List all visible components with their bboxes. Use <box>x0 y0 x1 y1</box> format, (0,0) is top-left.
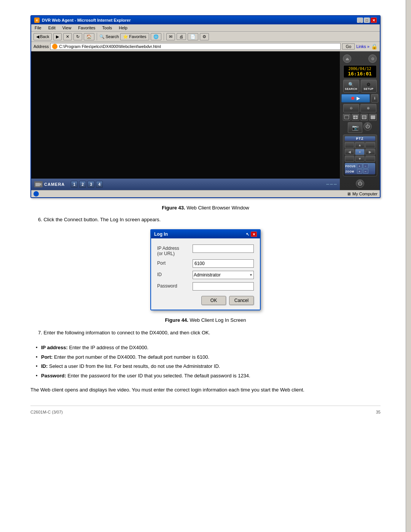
dvr-camera-bar: CAMERA 1 2 3 4 <box>31 179 340 190</box>
forward-button[interactable]: ▶ <box>53 33 62 40</box>
ptz-left-button[interactable]: ◀ <box>345 149 354 155</box>
camera-btn-2[interactable]: 2 <box>79 181 86 188</box>
back-button[interactable]: ◀ Back <box>33 33 52 40</box>
menu-edit[interactable]: Edit <box>47 25 57 30</box>
favorites-button[interactable]: ⭐ Favorites <box>120 33 149 40</box>
print-button[interactable]: 🖨 <box>177 33 186 40</box>
ok-label: OK <box>210 298 217 303</box>
browser-toolbar: ◀ Back ▶ ✕ ↻ 🏠 🔍 Search ⭐ Favorites <box>31 32 380 42</box>
ptz-up-button[interactable]: ▲ <box>355 142 365 148</box>
dvr-ptz-section: PTZ ▲ ◀ ● ▶ ▼ FOCUS <box>343 134 377 176</box>
menu-favorites[interactable]: Favorites <box>77 25 96 30</box>
browser-scrollbar[interactable] <box>406 0 411 532</box>
cancel-label: Cancel <box>234 298 249 303</box>
dvr-info-button[interactable]: ℹ <box>371 94 378 102</box>
port-input[interactable] <box>193 259 254 268</box>
instructions-section: 7. Enter the following information to co… <box>30 329 381 380</box>
password-input[interactable] <box>193 282 254 291</box>
go-button[interactable]: Go <box>342 43 355 50</box>
media-icon: 🌐 <box>153 34 159 39</box>
password-field: Password <box>157 282 254 291</box>
mail-button[interactable]: ✉ <box>166 33 175 40</box>
ip-address-input[interactable] <box>193 244 254 253</box>
ptz-right-button[interactable]: ▶ <box>365 149 375 155</box>
maximize-button[interactable]: □ <box>364 18 370 23</box>
bullet-password-bold: Password: <box>41 373 66 379</box>
dvr-bottom-power-button[interactable]: ⏻ <box>356 179 364 188</box>
layout-1-button[interactable] <box>343 114 350 121</box>
bullet-ip-bold: IP address: <box>41 345 68 350</box>
id-label: ID <box>157 271 190 277</box>
compat-icon: 🔒 <box>371 43 378 50</box>
dvr-sync-row: ⊖ ⊕ <box>341 104 378 112</box>
status-computer-text: My Computer <box>352 192 378 196</box>
camera-btn-3[interactable]: 3 <box>88 181 94 188</box>
step6-text: 6. Click the Connect button. The Log In … <box>30 217 381 222</box>
focus-minus-button[interactable]: − <box>363 164 368 168</box>
id-select[interactable]: Administrator ▼ <box>193 271 254 279</box>
dvr-setup-button[interactable]: ⚙ SETUP <box>361 80 377 93</box>
zoom-label: ZOOM <box>346 170 356 173</box>
rec-indicator <box>351 97 354 100</box>
page-footer: C2601M-C (3/07) 35 <box>30 406 381 414</box>
layout-9-button[interactable] <box>360 114 368 121</box>
zoom-plus-button[interactable]: + <box>357 169 362 174</box>
close-button[interactable]: ✕ <box>371 18 377 23</box>
minimize-button[interactable]: _ <box>357 18 363 23</box>
titlebar-left: e DVR Web Agent - Microsoft Internet Exp… <box>34 18 131 23</box>
dvr-sync-right-button[interactable]: ⊕ <box>360 104 376 112</box>
cancel-button[interactable]: Cancel <box>229 296 254 305</box>
search-button[interactable]: 🔍 Search <box>99 34 119 39</box>
port-field: Port <box>157 259 254 268</box>
address-input[interactable]: C:\Program Files\pelco\DX4000\Webclient\… <box>50 43 341 50</box>
refresh-button[interactable]: ↻ <box>73 33 82 40</box>
search-icon: 🔍 <box>99 34 105 39</box>
links-label: Links <box>356 44 366 49</box>
back-label: Back <box>40 34 49 39</box>
zoom-minus-button[interactable]: − <box>363 169 368 174</box>
layout-4-button[interactable] <box>352 114 359 121</box>
menu-file[interactable]: File <box>33 25 43 30</box>
status-left <box>33 191 40 197</box>
dialog-body: IP Address (or URL) Port ID Administrato… <box>151 238 260 310</box>
login-dialog-container: Log In ↖ ✕ IP Address (or URL) <box>30 229 381 310</box>
media-button[interactable]: 🌐 <box>151 33 161 40</box>
dvr-power-button[interactable]: ⏻ <box>363 122 372 131</box>
stop-button[interactable]: ✕ <box>63 33 72 40</box>
layout-1-icon <box>344 115 349 119</box>
dvr-search-button[interactable]: 🔍 SEARCH <box>343 80 359 93</box>
camera-btn-4[interactable]: 4 <box>96 181 103 188</box>
bullet-port-text: Enter the port number of the DX4000. The… <box>54 354 209 360</box>
home-icon: 🏠 <box>86 34 92 39</box>
focus-plus-button[interactable]: + <box>357 164 362 168</box>
edit-button[interactable]: 📄 <box>188 33 198 40</box>
ptz-center-button[interactable]: ● <box>355 149 365 155</box>
dvr-layout-row <box>343 114 377 121</box>
extra-button[interactable]: ⚙ <box>200 33 209 40</box>
dvr-eject-button[interactable] <box>343 54 351 63</box>
dialog-close-button[interactable]: ✕ <box>251 232 257 237</box>
menu-help[interactable]: Help <box>118 25 129 30</box>
dvr-snapshot-button[interactable]: 📷 <box>348 122 362 133</box>
mail-icon: ✉ <box>169 34 172 39</box>
dvr-search-setup-row: 🔍 SEARCH ⚙ SETUP <box>341 80 378 93</box>
dvr-play-button[interactable]: ▶ <box>341 94 370 102</box>
home-button[interactable]: 🏠 <box>84 33 94 40</box>
focus-row: FOCUS + − <box>346 164 374 168</box>
layout-16-button[interactable] <box>369 114 377 121</box>
figure-43-title: Web Client Browser Window <box>186 205 249 211</box>
setup-icon: ⚙ <box>366 82 371 87</box>
dialog-title: Log In <box>154 232 168 237</box>
ptz-down-button[interactable]: ▼ <box>355 156 365 162</box>
ok-button[interactable]: OK <box>201 296 226 305</box>
bullet-id-text: Select a user ID from the list. For best… <box>49 363 220 369</box>
go-label: Go <box>346 44 351 49</box>
layout-16-icon <box>371 115 375 119</box>
menu-tools[interactable]: Tools <box>101 25 113 30</box>
camera-btn-1[interactable]: 1 <box>71 181 78 188</box>
dvr-sync-left-button[interactable]: ⊖ <box>343 104 359 112</box>
menu-view[interactable]: View <box>61 25 73 30</box>
titlebar-buttons: _ □ ✕ <box>357 18 377 23</box>
links-button[interactable]: Links » <box>356 44 370 49</box>
dvr-top-power-button[interactable]: ⚙ <box>368 54 377 63</box>
